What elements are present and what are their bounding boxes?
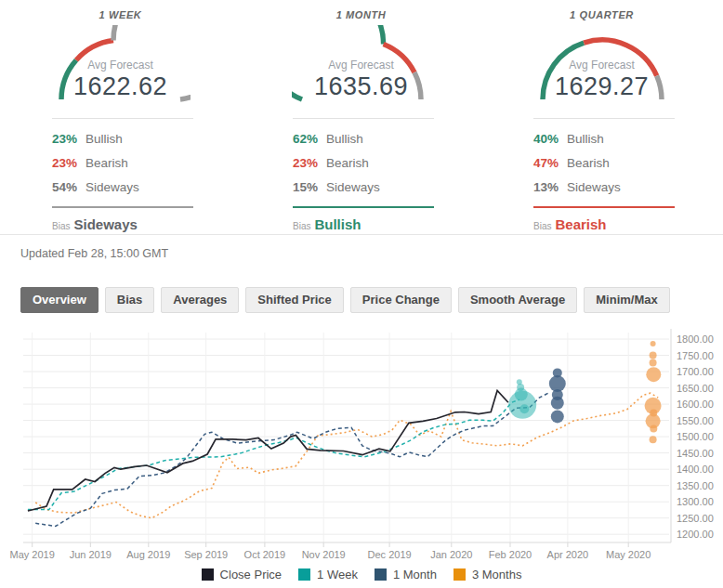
bias-row: Bias Bullish bbox=[293, 216, 434, 232]
x-axis-tick-label: Jan 2020 bbox=[430, 549, 472, 560]
x-axis-tick-label: Apr 2020 bbox=[547, 549, 589, 560]
forecast-panel: 1 QUARTER Avg Forecast 1629.27 40%Bullis… bbox=[481, 0, 722, 232]
legend-item-1-month[interactable]: 1 Month bbox=[375, 568, 437, 581]
sentiment-pct: 54% bbox=[52, 180, 85, 194]
y-axis-tick-label: 1800.00 bbox=[677, 333, 714, 345]
panel-period-title: 1 WEEK bbox=[0, 9, 241, 20]
chart-legend: Close Price1 Week1 Month3 Months bbox=[0, 568, 723, 581]
sentiment-pct: 47% bbox=[533, 156, 567, 170]
sentiment-label: Bearish bbox=[567, 156, 610, 170]
sentiment-row-bearish: 47%Bearish bbox=[533, 155, 675, 171]
legend-swatch-icon bbox=[375, 568, 387, 581]
x-axis-tick-label: Oct 2019 bbox=[244, 549, 286, 560]
x-axis-tick-label: Jun 2019 bbox=[70, 549, 112, 560]
bias-label: Bias bbox=[293, 221, 310, 231]
sentiment-pct: 40% bbox=[533, 132, 567, 146]
sentiment-label: Bullish bbox=[567, 132, 604, 146]
bias-label: Bias bbox=[533, 221, 551, 231]
sentiment-row-bullish: 62%Bullish bbox=[293, 131, 434, 147]
x-axis-tick-label: Aug 2019 bbox=[126, 549, 170, 560]
sentiment-pct: 13% bbox=[533, 180, 567, 194]
tab-shifted-price[interactable]: Shifted Price bbox=[245, 287, 343, 313]
sentiment-pct: 23% bbox=[293, 156, 326, 170]
legend-label: 1 Week bbox=[317, 568, 358, 581]
legend-swatch-icon bbox=[454, 568, 466, 581]
chart-tab-bar: OverviewBiasAveragesShifted PricePrice C… bbox=[20, 287, 723, 313]
legend-item-close-price[interactable]: Close Price bbox=[202, 568, 282, 581]
forecast-bubble-3-months bbox=[651, 341, 656, 346]
sentiment-pct: 23% bbox=[52, 132, 85, 146]
tab-overview[interactable]: Overview bbox=[20, 287, 99, 313]
legend-label: 3 Months bbox=[472, 568, 521, 581]
sentiment-row-sideways: 13%Sideways bbox=[533, 179, 675, 195]
bias-value: Bullish bbox=[314, 216, 361, 232]
sentiment-stats: 23%Bullish23%Bearish54%Sideways Bias Sid… bbox=[52, 118, 193, 232]
panel-period-title: 1 QUARTER bbox=[481, 9, 722, 20]
bias-underline bbox=[293, 206, 434, 208]
x-axis-tick-label: May 2020 bbox=[606, 549, 651, 560]
forecast-bubble-3-months bbox=[650, 352, 657, 359]
sentiment-label: Bullish bbox=[85, 132, 123, 146]
tab-minim-max[interactable]: Minim/Max bbox=[584, 287, 669, 313]
sentiment-stats: 40%Bullish47%Bearish13%Sideways Bias Bea… bbox=[533, 118, 675, 232]
forecast-panels: 1 WEEK Avg Forecast 1622.62 23%Bullish23… bbox=[0, 0, 723, 232]
sentiment-row-bearish: 23%Bearish bbox=[52, 155, 193, 171]
tab-price-change[interactable]: Price Change bbox=[350, 287, 452, 313]
forecast-bubble-3-months bbox=[650, 425, 657, 432]
series-3-months bbox=[35, 393, 658, 518]
forecast-bubble-1-month bbox=[551, 397, 564, 410]
bias-underline bbox=[52, 206, 193, 208]
bias-value: Sideways bbox=[73, 216, 137, 232]
legend-swatch-icon bbox=[298, 568, 310, 581]
forecast-bubble-1-month bbox=[551, 410, 564, 423]
tab-bias[interactable]: Bias bbox=[105, 287, 154, 313]
y-axis-tick-label: 1400.00 bbox=[677, 464, 714, 475]
legend-item-3-months[interactable]: 3 Months bbox=[454, 568, 521, 581]
avg-forecast-value: 1635.69 bbox=[292, 72, 431, 101]
sentiment-row-bullish: 23%Bullish bbox=[52, 131, 193, 147]
forecast-gauge: Avg Forecast 1622.62 bbox=[51, 25, 191, 105]
bias-value: Bearish bbox=[555, 216, 606, 232]
legend-label: Close Price bbox=[220, 568, 282, 581]
sentiment-pct: 62% bbox=[293, 132, 326, 146]
x-axis-tick-label: Dec 2019 bbox=[368, 549, 412, 560]
forecast-bubble-3-months bbox=[646, 367, 661, 382]
y-axis-tick-label: 1550.00 bbox=[677, 415, 714, 426]
y-axis-tick-label: 1500.00 bbox=[677, 431, 714, 442]
y-axis-tick-label: 1650.00 bbox=[677, 383, 714, 394]
sentiment-row-bearish: 23%Bearish bbox=[293, 155, 434, 171]
gauge-center-text: Avg Forecast 1622.62 bbox=[51, 25, 191, 101]
forecast-bubble-1-week bbox=[519, 404, 529, 413]
avg-forecast-label: Avg Forecast bbox=[292, 59, 431, 72]
tab-averages[interactable]: Averages bbox=[161, 287, 239, 313]
forecast-bubble-3-months bbox=[650, 436, 657, 443]
avg-forecast-label: Avg Forecast bbox=[51, 59, 191, 72]
legend-item-1-week[interactable]: 1 Week bbox=[298, 568, 358, 581]
bias-row: Bias Sideways bbox=[52, 216, 193, 232]
avg-forecast-value: 1629.27 bbox=[532, 72, 672, 101]
bias-underline bbox=[533, 206, 675, 208]
forecast-bubble-1-week bbox=[517, 384, 524, 391]
y-axis-tick-label: 1600.00 bbox=[677, 399, 714, 410]
forecast-panel: 1 MONTH Avg Forecast 1635.69 62%Bullish2… bbox=[241, 0, 481, 232]
sentiment-row-bullish: 40%Bullish bbox=[533, 131, 675, 147]
x-axis-tick-label: Sep 2019 bbox=[184, 549, 228, 560]
sentiment-pct: 23% bbox=[52, 156, 85, 170]
y-axis-tick-label: 1750.00 bbox=[677, 350, 714, 361]
sentiment-label: Bearish bbox=[85, 156, 128, 170]
forecast-gauge: Avg Forecast 1629.27 bbox=[532, 25, 672, 105]
tab-smooth-average[interactable]: Smooth Average bbox=[458, 287, 577, 313]
y-axis-tick-label: 1200.00 bbox=[677, 529, 714, 540]
gauge-center-text: Avg Forecast 1635.69 bbox=[292, 25, 431, 101]
bias-row: Bias Bearish bbox=[533, 216, 675, 232]
updated-timestamp: Updated Feb 28, 15:00 GMT bbox=[20, 247, 723, 260]
sentiment-label: Bearish bbox=[326, 156, 369, 170]
legend-swatch-icon bbox=[202, 568, 214, 581]
legend-label: 1 Month bbox=[393, 568, 437, 581]
series-close-price bbox=[28, 390, 508, 511]
x-axis-tick-label: Nov 2019 bbox=[302, 549, 346, 560]
chart-canvas: 1800.001750.001700.001650.001600.001550.… bbox=[0, 323, 723, 563]
sentiment-label: Bullish bbox=[326, 132, 363, 146]
avg-forecast-value: 1622.62 bbox=[51, 72, 191, 101]
panel-period-title: 1 MONTH bbox=[241, 9, 481, 20]
